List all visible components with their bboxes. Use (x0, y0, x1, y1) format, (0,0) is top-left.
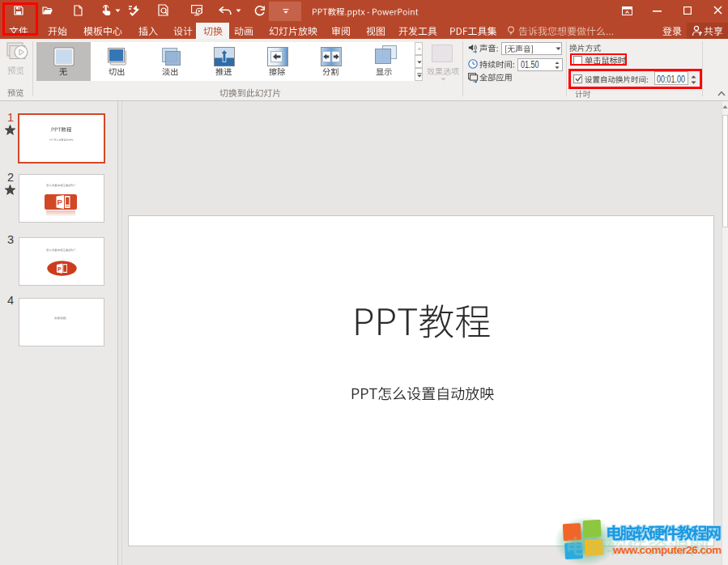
svg-text:P: P (57, 198, 63, 206)
svg-text:P: P (57, 266, 62, 272)
